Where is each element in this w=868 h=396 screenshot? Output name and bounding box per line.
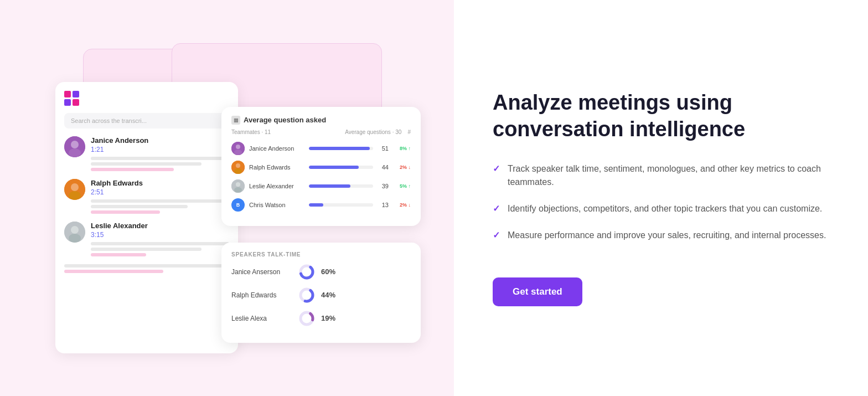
main-title: Analyze meetings using conversation inte… (493, 90, 829, 142)
logo-sq-purple (73, 91, 79, 97)
feature-item-3: ✓ Measure performance and improve your s… (493, 229, 829, 242)
badge-chris: 2% ↓ (393, 202, 411, 208)
count-ralph: 44 (378, 164, 389, 171)
svg-point-2 (69, 148, 81, 157)
ui-mockup: Search across the transcri... Janice And… (39, 27, 415, 370)
bar-chris (309, 203, 373, 207)
badge-janice: 8% ↑ (393, 146, 411, 151)
analytics-name-ralph: Ralph Edwards (249, 164, 304, 171)
text-lines-ralph (91, 199, 229, 214)
speaker-info-ralph: Ralph Edwards 2:51 (91, 179, 229, 214)
talktime-pct-leslie: 19% (321, 314, 335, 322)
check-icon-2: ✓ (493, 203, 500, 214)
check-icon-1: ✓ (493, 163, 500, 174)
speaker-time-leslie: 3:15 (91, 231, 229, 239)
svg-point-11 (234, 150, 242, 155)
feature-item-1: ✓ Track speaker talk time, sentiment, mo… (493, 162, 829, 189)
talktime-name-janice: Janice Anserson (231, 268, 292, 276)
text-line (91, 242, 229, 245)
bar-leslie (309, 184, 373, 188)
feature-list: ✓ Track speaker talk time, sentiment, mo… (493, 162, 829, 255)
text-line (64, 264, 229, 268)
feature-text-2: Identify objections, competitors, and ot… (508, 202, 822, 215)
analytics-row-janice: Janice Anderson 51 8% ↑ (231, 142, 411, 155)
svg-point-1 (71, 141, 79, 148)
talktime-card: SPEAKERS TALK-TIME Janice Anserson 60% R… (221, 243, 421, 343)
count-chris: 13 (378, 202, 389, 208)
avatar-janice (64, 136, 85, 157)
count-leslie: 39 (378, 183, 389, 189)
analytics-card: ▦ Average question asked Teammates · 11 … (221, 107, 421, 226)
extra-lines (64, 264, 229, 273)
text-line-pink (91, 168, 174, 171)
count-janice: 51 (378, 145, 389, 152)
text-line (91, 157, 229, 160)
text-line-pink (91, 253, 146, 256)
get-started-button[interactable]: Get started (493, 277, 582, 306)
analytics-row-ralph: Ralph Edwards 44 2% ↓ (231, 161, 411, 174)
speaker-item-ralph: Ralph Edwards 2:51 (64, 179, 229, 214)
check-icon-3: ✓ (493, 230, 500, 240)
svg-point-14 (234, 168, 242, 174)
badge-leslie: 5% ↑ (393, 183, 411, 189)
analytics-icon: ▦ (231, 116, 240, 125)
search-bar[interactable]: Search across the transcri... (64, 113, 229, 128)
talktime-row-janice: Janice Anserson 60% (231, 264, 411, 280)
speaker-info-leslie: Leslie Alexander 3:15 (91, 222, 229, 256)
speaker-name-janice: Janice Anderson (91, 136, 229, 145)
bar-fill-ralph (309, 166, 359, 169)
speaker-info-janice: Janice Anderson 1:21 (91, 136, 229, 171)
svg-point-4 (71, 183, 79, 191)
svg-point-5 (69, 191, 81, 200)
page-wrapper: Search across the transcri... Janice And… (0, 0, 868, 396)
speaker-name-ralph: Ralph Edwards (91, 179, 229, 187)
analytics-avatar-ralph (231, 161, 245, 174)
logo-sq-pink (64, 91, 71, 97)
svg-point-8 (69, 234, 81, 243)
text-lines-leslie (91, 242, 229, 256)
logo-sq-purple2 (64, 99, 71, 106)
logo-icon (64, 91, 80, 106)
avatar-ralph (64, 179, 85, 200)
speaker-item-leslie: Leslie Alexander 3:15 (64, 222, 229, 256)
talktime-pct-janice: 60% (321, 268, 335, 276)
svg-point-17 (234, 187, 242, 193)
app-logo (64, 91, 229, 106)
feature-item-2: ✓ Identify objections, competitors, and … (493, 202, 829, 215)
bar-ralph (309, 166, 373, 169)
feature-text-3: Measure performance and improve your sal… (508, 229, 826, 242)
svg-point-10 (236, 145, 240, 149)
talktime-row-leslie: Leslie Alexa 19% (231, 311, 411, 326)
bar-fill-janice (309, 147, 370, 150)
text-line-pink (91, 210, 160, 214)
analytics-avatar-leslie (231, 179, 245, 193)
talktime-name-ralph: Ralph Edwards (231, 291, 292, 299)
speaker-name-leslie: Leslie Alexander (91, 222, 229, 230)
talktime-name-leslie: Leslie Alexa (231, 315, 292, 322)
talktime-pct-ralph: 44% (321, 291, 335, 299)
analytics-subtitle: Teammates · 11 Average questions · 30 # (231, 129, 411, 135)
right-panel: Analyze meetings using conversation inte… (454, 56, 868, 340)
badge-ralph: 2% ↓ (393, 164, 411, 170)
analytics-name-janice: Janice Anderson (249, 145, 304, 152)
svg-point-7 (71, 226, 79, 234)
analytics-avatar-chris: B (231, 198, 245, 212)
speaker-time-ralph: 2:51 (91, 188, 229, 196)
speaker-item-janice: Janice Anderson 1:21 (64, 136, 229, 171)
analytics-title: ▦ Average question asked (231, 116, 411, 125)
logo-sq-pink2 (73, 99, 79, 106)
talktime-row-ralph: Ralph Edwards 44% (231, 287, 411, 303)
text-line (91, 248, 202, 251)
transcript-card: Search across the transcri... Janice And… (55, 82, 238, 353)
bar-fill-leslie (309, 184, 350, 188)
svg-point-13 (236, 163, 240, 168)
text-line (91, 199, 229, 203)
left-panel: Search across the transcri... Janice And… (0, 0, 454, 396)
svg-point-16 (236, 182, 240, 187)
analytics-avatar-janice (231, 142, 245, 155)
bar-fill-chris (309, 203, 323, 207)
speaker-time-janice: 1:21 (91, 146, 229, 153)
text-line (91, 205, 188, 208)
bar-janice (309, 147, 373, 150)
analytics-row-leslie: Leslie Alexander 39 5% ↑ (231, 179, 411, 193)
